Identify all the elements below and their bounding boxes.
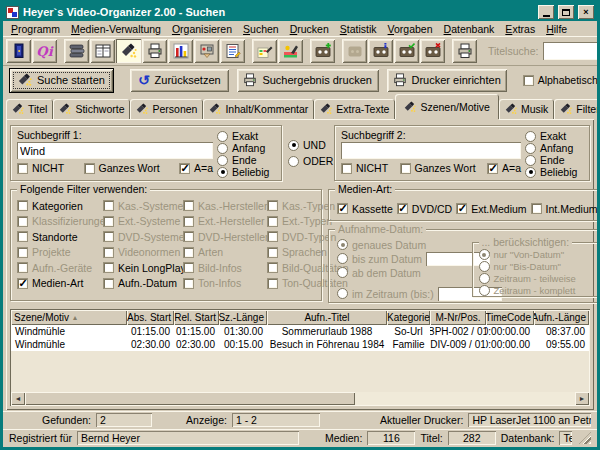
filter-aufn-geraete[interactable]: Aufn.-Geräte xyxy=(17,262,103,274)
column-header-aufn-laenge[interactable]: Aufn.-Länge xyxy=(534,310,589,325)
close-button[interactable]: × xyxy=(578,5,594,19)
title-search-input[interactable] xyxy=(543,42,600,60)
menu-hilfe[interactable]: Hilfe xyxy=(541,23,572,35)
column-header-aufn-titel[interactable]: Aufn.-Titel xyxy=(267,310,387,325)
filter-medien-art[interactable]: Medien-Art xyxy=(17,277,103,289)
not-checkbox-2[interactable]: NICHT xyxy=(341,162,388,174)
menu-medien-verwaltung[interactable]: Medien-Verwaltung xyxy=(66,23,166,35)
start-search-button[interactable]: Suche starten xyxy=(9,68,114,93)
menu-datenbank[interactable]: Datenbank xyxy=(439,23,500,35)
search-button-toolbar[interactable] xyxy=(116,39,141,63)
column-header-m-nr-pos[interactable]: M-Nr/Pos. xyxy=(430,310,486,325)
und-radio[interactable]: UND xyxy=(288,139,330,151)
zeitraum-komplett-radio[interactable]: Zeitraum - komplett xyxy=(479,285,594,296)
nur-von-datum-radio[interactable]: nur "Von-Datum" xyxy=(479,249,594,260)
genaues-datum-radio[interactable]: genaues Datum xyxy=(337,239,426,251)
reset-button[interactable]: ↺Zurücksetzen xyxy=(130,69,229,92)
not-checkbox-1[interactable]: NICHT xyxy=(17,162,64,174)
whole-word-checkbox-2[interactable]: Ganzes Wort xyxy=(400,162,476,174)
statistics-button[interactable] xyxy=(168,39,193,63)
mode-anfang-radio-1[interactable]: Anfang xyxy=(217,142,275,154)
filter-kein-longplay[interactable]: Kein LongPlay xyxy=(103,262,183,274)
filter-dvd-systeme[interactable]: DVD-Systeme xyxy=(103,231,183,243)
filter-projekte[interactable]: Projekte xyxy=(17,246,103,258)
tab-filter[interactable]: Filter xyxy=(554,99,600,119)
ab-dem-datum-radio[interactable]: ab dem Datum xyxy=(337,267,421,279)
filter-ext-systeme[interactable]: Ext.-Systeme xyxy=(103,215,183,227)
resize-grip[interactable] xyxy=(579,432,591,444)
kassette-checkbox[interactable]: Kassette xyxy=(337,197,393,220)
menu-suchen[interactable]: Suchen xyxy=(238,23,284,35)
case-checkbox-1[interactable]: A=a xyxy=(179,162,213,174)
zeitraum-teilweise-radio[interactable]: Zeitraum - teilweise xyxy=(479,273,594,284)
organize-button[interactable] xyxy=(90,39,115,63)
filter-ton-infos[interactable]: Ton-Infos xyxy=(183,277,267,289)
column-header-sz-laenge[interactable]: Sz.-Länge xyxy=(219,310,267,325)
menu-vorgaben[interactable]: Vorgaben xyxy=(383,23,438,35)
printer-setup-button[interactable]: Drucker einrichten xyxy=(387,69,507,92)
column-header-szene-motiv[interactable]: Szene/Motiv xyxy=(11,310,127,325)
media-delete-button[interactable] xyxy=(420,39,445,63)
tab-stichworte[interactable]: Stichworte xyxy=(53,99,130,119)
media-management-button[interactable] xyxy=(64,39,89,63)
tab-inhalt-kommentar[interactable]: Inhalt/Kommentar xyxy=(203,99,314,119)
tab-extra-texte[interactable]: Extra-Texte xyxy=(314,99,395,119)
table-row[interactable]: Windmühle 01:15.00 01:15.00 01:30.00 Som… xyxy=(11,325,589,338)
menu-statistik[interactable]: Statistik xyxy=(335,23,382,35)
filter-kategorien[interactable]: Kategorien xyxy=(17,200,103,212)
minimize-button[interactable] xyxy=(538,5,554,19)
column-header-abs-start[interactable]: Abs. Start xyxy=(127,310,174,325)
filter-kas-systeme[interactable]: Kas.-Systeme xyxy=(103,200,183,212)
filter-standorte[interactable]: Standorte xyxy=(17,231,103,243)
scroll-left-button[interactable]: ◄ xyxy=(11,392,25,405)
maximize-button[interactable] xyxy=(558,5,574,19)
whole-word-checkbox-1[interactable]: Ganzes Wort xyxy=(84,162,160,174)
column-header-rel-start[interactable]: Rel. Start xyxy=(174,310,219,325)
filter-klassifizierungen[interactable]: Klassifizierungen xyxy=(17,215,103,227)
menu-drucken[interactable]: Drucken xyxy=(285,23,334,35)
alphabetical-sort-checkbox[interactable]: Alphabetische Sortierung xyxy=(523,74,600,86)
media-add-button[interactable] xyxy=(310,39,335,63)
ext-medium-checkbox[interactable]: Ext.Medium xyxy=(456,197,526,220)
scroll-track[interactable] xyxy=(355,392,575,405)
im-zeitraum-radio[interactable]: im Zeitraum (bis:) xyxy=(337,288,434,300)
search-term-1-input[interactable] xyxy=(17,142,213,159)
quickinfo-button[interactable]: Qi xyxy=(32,39,57,63)
menu-programm[interactable]: Programm xyxy=(6,23,65,35)
nur-bis-datum-radio[interactable]: nur "Bis-Datum" xyxy=(479,261,594,272)
print-results-button[interactable]: Suchergebnis drucken xyxy=(237,69,379,92)
mode-exakt-radio-2[interactable]: Exakt xyxy=(525,130,583,142)
filter-arten[interactable]: Arten xyxy=(183,246,267,258)
mode-exakt-radio-1[interactable]: Exakt xyxy=(217,130,275,142)
int-medium-checkbox[interactable]: Int.Medium xyxy=(531,197,598,220)
media-check-button[interactable] xyxy=(394,39,419,63)
mode-beliebig-radio-2[interactable]: Beliebig xyxy=(525,166,583,178)
bis-zum-datum-radio[interactable]: bis zum Datum xyxy=(337,253,422,265)
mode-beliebig-radio-1[interactable]: Beliebig xyxy=(217,166,275,178)
menu-extras[interactable]: Extras xyxy=(500,23,540,35)
tab-szenen-motive[interactable]: Szenen/Motive xyxy=(395,94,498,119)
table-row[interactable]: Windmühle 02:30.00 02:30.00 00:15.00 Bes… xyxy=(11,338,589,351)
tab-titel[interactable]: Titel xyxy=(6,99,53,119)
mode-ende-radio-2[interactable]: Ende xyxy=(525,154,583,166)
menu-organisieren[interactable]: Organisieren xyxy=(167,23,237,35)
dvd-cd-checkbox[interactable]: DVD/CD xyxy=(397,197,452,220)
tab-musik[interactable]: Musik xyxy=(499,99,554,119)
mode-ende-radio-1[interactable]: Ende xyxy=(217,154,275,166)
media-info-button[interactable] xyxy=(368,39,393,63)
edit-pen-button[interactable] xyxy=(278,39,303,63)
horizontal-scrollbar[interactable]: ◄ ► xyxy=(11,392,589,405)
exit-button[interactable] xyxy=(6,39,31,63)
filter-kas-hersteller[interactable]: Kas.-Hersteller xyxy=(183,200,267,212)
presets-button[interactable] xyxy=(194,39,219,63)
filter-aufn-datum[interactable]: Aufn.-Datum xyxy=(103,277,183,289)
filter-bild-infos[interactable]: Bild-Infos xyxy=(183,262,267,274)
database-button[interactable] xyxy=(220,39,245,63)
case-checkbox-2[interactable]: A=a xyxy=(487,162,521,174)
filter-dvd-hersteller[interactable]: DVD-Hersteller xyxy=(183,231,267,243)
scroll-right-button[interactable]: ► xyxy=(575,392,589,405)
tab-personen[interactable]: Personen xyxy=(130,99,203,119)
oder-radio[interactable]: ODER xyxy=(288,155,330,167)
print-list-button[interactable] xyxy=(452,39,477,63)
filter-ext-hersteller[interactable]: Ext.-Hersteller xyxy=(183,215,267,227)
